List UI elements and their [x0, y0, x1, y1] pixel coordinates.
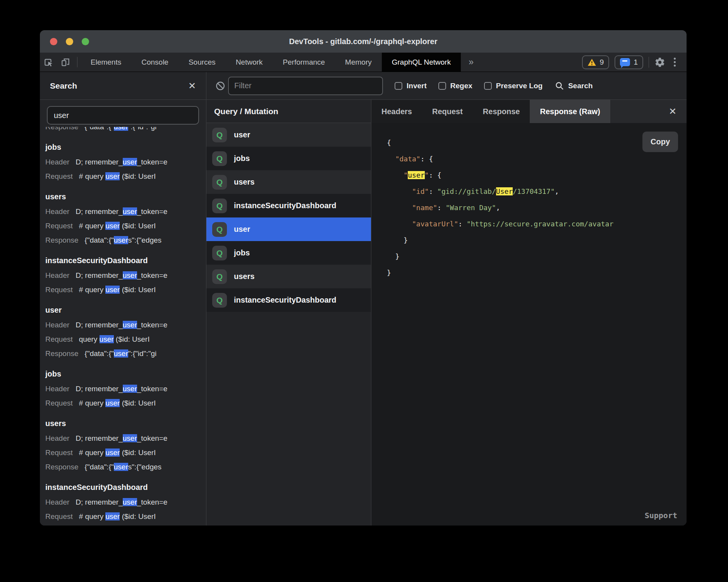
detail-tab-request[interactable]: Request	[422, 100, 473, 123]
search-result-text: _token=e	[137, 158, 168, 166]
close-search-panel-icon[interactable]: ✕	[188, 81, 196, 91]
query-list-item-label: user	[234, 225, 250, 234]
json-token: : {	[429, 171, 441, 179]
query-list-item[interactable]: Qusers	[206, 170, 371, 194]
close-window-button[interactable]	[50, 38, 57, 45]
search-result-line[interactable]: Response{"data":{"users":{"edges	[40, 233, 206, 247]
query-list-item-label: users	[234, 272, 254, 281]
tab-graphql-network[interactable]: GraphQL Network	[382, 53, 461, 72]
search-result-text: _token=e	[137, 385, 168, 393]
settings-gear-icon[interactable]	[654, 57, 665, 68]
query-list-item[interactable]: QinstanceSecurityDashboard	[206, 288, 371, 312]
search-match-highlight: user	[123, 321, 137, 329]
search-match-highlight: user	[100, 335, 114, 343]
toolbar-separator	[77, 57, 77, 67]
search-result-line[interactable]: Request# query user ($id: UserI	[40, 396, 206, 410]
preserve-log-checkbox-box[interactable]	[484, 82, 492, 90]
search-result-text: ($id: UserI	[120, 286, 156, 294]
query-type-badge: Q	[212, 293, 227, 308]
search-result-line[interactable]: Request# query user ($id: UserI	[40, 219, 206, 233]
query-list-item[interactable]: Qjobs	[206, 147, 371, 170]
invert-checkbox[interactable]: Invert	[395, 82, 427, 90]
search-result-text: ":{"id":"gi	[128, 349, 156, 358]
search-result-line[interactable]: Requestquery user ($id: UserI	[40, 332, 206, 346]
filter-input[interactable]	[228, 77, 383, 95]
json-line: "name": "Warren Day",	[387, 200, 687, 216]
search-match-highlight: user	[105, 222, 120, 230]
search-result-group: userHeaderD; remember_user_token=eReques…	[40, 302, 206, 361]
search-result-line-label: Response	[45, 349, 79, 358]
more-tabs-button[interactable]: »	[461, 53, 481, 72]
search-result-group-title: jobs	[40, 366, 206, 382]
tab-sources[interactable]: Sources	[179, 53, 226, 72]
query-list-item[interactable]: Quser	[206, 217, 371, 241]
query-list-item[interactable]: Qjobs	[206, 241, 371, 265]
maximize-window-button[interactable]	[82, 38, 89, 45]
query-list-item[interactable]: Quser	[206, 123, 371, 147]
search-match-highlight: user	[123, 434, 137, 442]
search-result-line[interactable]: HeaderD; remember_user_token=e	[40, 318, 206, 332]
search-panel: Search ✕ Response{"data":{"user":{"id":"…	[40, 72, 206, 526]
json-token: }	[387, 236, 408, 244]
search-result-line[interactable]: Response{"data":{"user":{"id":"gi	[40, 346, 206, 361]
search-result-line[interactable]: Request# query user ($id: UserI	[40, 445, 206, 460]
warnings-badge[interactable]: 9	[582, 55, 610, 69]
search-result-line[interactable]: HeaderD; remember_user_token=e	[40, 268, 206, 282]
detail-tab-headers[interactable]: Headers	[371, 100, 422, 123]
query-type-badge: Q	[212, 151, 227, 166]
query-type-badge: Q	[212, 175, 227, 190]
query-list-item[interactable]: Qusers	[206, 265, 371, 288]
search-result-line[interactable]: Request# query user ($id: UserI	[40, 282, 206, 297]
traffic-lights	[50, 38, 89, 45]
tab-memory[interactable]: Memory	[335, 53, 382, 72]
clear-icon[interactable]	[213, 81, 228, 91]
regex-checkbox[interactable]: Regex	[438, 82, 472, 90]
minimize-window-button[interactable]	[66, 38, 73, 45]
search-result-line[interactable]: Response{"data":{"user":{"id":"gi	[40, 127, 206, 134]
query-list-title: Query / Mutation	[214, 107, 278, 116]
close-detail-pane-icon[interactable]: ✕	[669, 107, 676, 116]
search-result-line[interactable]: HeaderD; remember_user_token=e	[40, 382, 206, 396]
regex-checkbox-box[interactable]	[438, 82, 446, 90]
network-search-button[interactable]: Search	[555, 81, 592, 91]
search-input[interactable]	[47, 106, 199, 125]
search-result-line-label: Request	[45, 172, 73, 180]
search-result-line-label: Header	[45, 434, 69, 442]
device-toolbar-icon[interactable]	[57, 53, 74, 72]
support-link[interactable]: Support	[645, 511, 677, 520]
detail-tab-response-raw[interactable]: Response (Raw)	[530, 100, 610, 123]
tab-performance[interactable]: Performance	[273, 53, 335, 72]
search-match-highlight: user	[123, 385, 137, 393]
search-match-highlight: user	[105, 172, 120, 180]
search-icon	[555, 81, 564, 91]
copy-button[interactable]: Copy	[642, 132, 678, 152]
search-result-line[interactable]: Request# query user ($id: UserI	[40, 509, 206, 524]
query-type-badge: Q	[212, 246, 227, 260]
tab-console[interactable]: Console	[131, 53, 179, 72]
tab-elements[interactable]: Elements	[81, 53, 131, 72]
search-match-highlight: user	[105, 399, 120, 407]
issues-badge[interactable]: 1	[615, 55, 643, 69]
search-result-line-label: Header	[45, 385, 69, 393]
network-body: Query / Mutation QuserQjobsQusersQinstan…	[206, 100, 687, 526]
message-icon	[620, 58, 630, 66]
inspect-element-icon[interactable]	[40, 53, 57, 72]
tab-network[interactable]: Network	[226, 53, 273, 72]
search-result-text: query	[79, 335, 100, 343]
search-result-line[interactable]: HeaderD; remember_user_token=e	[40, 155, 206, 169]
search-result-text: ":{"id":"gi	[128, 127, 156, 131]
invert-checkbox-box[interactable]	[395, 82, 402, 90]
json-line: "data": {	[387, 151, 687, 167]
kebab-menu-icon[interactable]	[671, 58, 679, 67]
search-result-line[interactable]: Request# query user ($id: UserI	[40, 169, 206, 183]
search-result-line[interactable]: HeaderD; remember_user_token=e	[40, 204, 206, 219]
detail-tab-response[interactable]: Response	[473, 100, 530, 123]
search-result-line[interactable]: HeaderD; remember_user_token=e	[40, 495, 206, 509]
search-result-line[interactable]: Response{"data":{"users":{"edges	[40, 460, 206, 474]
json-token: ,	[555, 187, 559, 195]
search-result-line[interactable]: HeaderD; remember_user_token=e	[40, 431, 206, 445]
preserve-log-checkbox[interactable]: Preserve Log	[484, 82, 543, 90]
search-result-text: # query	[79, 448, 106, 457]
query-list-item[interactable]: QinstanceSecurityDashboard	[206, 194, 371, 217]
query-list-header: Query / Mutation	[206, 100, 371, 123]
